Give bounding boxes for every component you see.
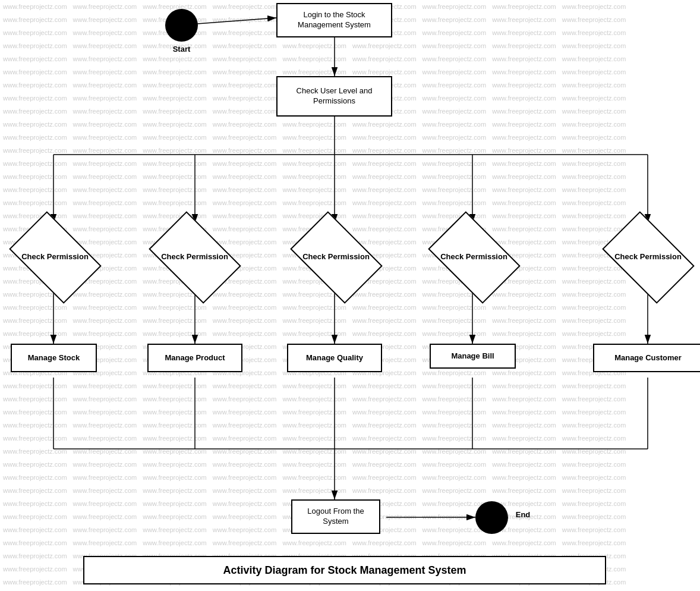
check-permission-3: Check Permission xyxy=(290,223,382,291)
check-permission-5: Check Permission xyxy=(602,223,694,291)
check-permission-1: Check Permission xyxy=(9,223,101,291)
check-permission-2: Check Permission xyxy=(149,223,241,291)
check-permission-4: Check Permission xyxy=(428,223,520,291)
end-circle xyxy=(475,501,508,534)
diagram-title-box: Activity Diagram for Stock Management Sy… xyxy=(83,556,606,584)
logout-box: Logout From the System xyxy=(291,499,380,534)
start-circle xyxy=(165,9,198,42)
check-user-box: Check User Level and Permissions xyxy=(276,76,392,117)
start-label: Start xyxy=(165,45,198,54)
end-label: End xyxy=(511,510,535,519)
login-box: Login to the Stock Management System xyxy=(276,3,392,37)
manage-quality-box: Manage Quality xyxy=(287,344,382,372)
manage-customer-box: Manage Customer xyxy=(593,344,700,372)
manage-bill-box: Manage Bill xyxy=(430,344,516,369)
manage-stock-box: Manage Stock xyxy=(11,344,97,372)
manage-product-box: Manage Product xyxy=(147,344,242,372)
